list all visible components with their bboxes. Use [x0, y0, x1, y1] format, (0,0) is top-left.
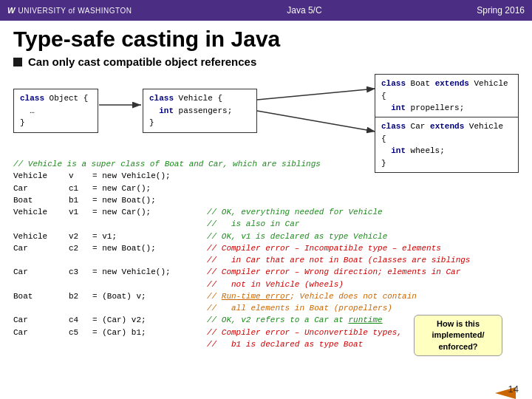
header-left: W UNIVERSITY of WASHINGTON	[7, 6, 132, 15]
bullet-icon	[13, 58, 22, 66]
uw-logo: W UNIVERSITY of WASHINGTON	[7, 6, 132, 15]
bullet-text: Can only cast compatible object referenc…	[28, 55, 256, 68]
svg-line-1	[257, 89, 375, 100]
header-course: Java 5/C	[287, 5, 321, 16]
header-semester: Spring 2016	[477, 5, 525, 16]
bullet-section: Can only cast compatible object referenc…	[0, 54, 532, 71]
code-box-car: class Car extends Vehicle { int wheels; …	[375, 117, 519, 173]
code-line-b2-comment: // all elements in Boat (propellers)	[13, 302, 519, 314]
page-title: Type-safe casting in Java	[13, 27, 519, 51]
bullet-row: Can only cast compatible object referenc…	[13, 55, 519, 68]
code-line-c3: Car c3 = new Vehicle(); // Compiler erro…	[13, 266, 519, 278]
page-title-section: Type-safe casting in Java	[0, 21, 532, 54]
slide-number: 14	[508, 383, 519, 395]
code-line-v1: Vehicle v1 = new Car(); // OK, everythin…	[13, 206, 519, 218]
svg-line-2	[257, 111, 375, 132]
code-line-c2-comment: // in Car that are not in Boat (classes …	[13, 254, 519, 266]
code-line-v1-comment: // is also in Car	[13, 218, 519, 230]
callout-bubble: How is this implemented/ enforced?	[414, 315, 502, 356]
diagram-area: class Object { … } class Vehicle { int p…	[13, 74, 519, 154]
code-box-vehicle: class Vehicle { int passengers; }	[143, 89, 257, 133]
code-line-b2: Boat b2 = (Boat) v; // Run-time error; V…	[13, 290, 519, 302]
code-line-b1: Boat b1 = new Boat();	[13, 194, 519, 206]
code-line-c2: Car c2 = new Boat(); // Compiler error –…	[13, 242, 519, 254]
code-line-v2: Vehicle v2 = v1; // OK, v1 is declared a…	[13, 231, 519, 242]
code-line-c1: Car c1 = new Car();	[13, 183, 519, 194]
header-bar: W UNIVERSITY of WASHINGTON Java 5/C Spri…	[0, 0, 532, 21]
callout-text: How is this implemented/ enforced?	[432, 319, 485, 351]
code-box-object: class Object { … }	[13, 89, 98, 133]
code-line-c3-comment: // not in Vehicle (wheels)	[13, 279, 519, 290]
